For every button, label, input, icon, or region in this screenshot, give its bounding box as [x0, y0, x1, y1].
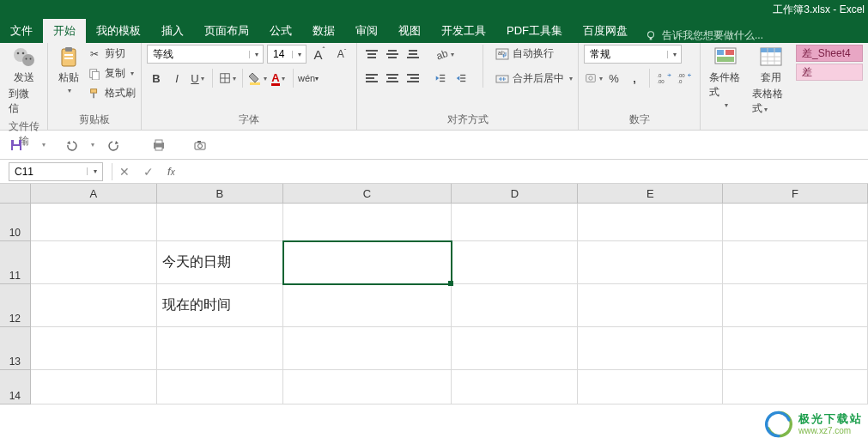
cell[interactable] [723, 204, 868, 241]
chevron-down-icon[interactable]: ▾ [87, 167, 102, 175]
style-bad-sheet4[interactable]: 差_Sheet4 [796, 45, 863, 62]
paste-button[interactable]: 粘贴 ▾ [53, 45, 84, 96]
cell[interactable] [283, 370, 452, 404]
tab-developer[interactable]: 开发工具 [431, 19, 496, 43]
font-size-combo[interactable]: 14 ▾ [267, 45, 307, 64]
italic-button[interactable]: I [167, 69, 186, 88]
column-header-D[interactable]: D [452, 184, 578, 203]
cell[interactable] [31, 204, 157, 241]
cell[interactable] [452, 204, 578, 241]
cell[interactable] [157, 327, 283, 370]
percent-button[interactable]: % [604, 69, 623, 88]
cell[interactable] [452, 370, 578, 404]
undo-button[interactable] [64, 137, 79, 153]
cell[interactable] [157, 370, 283, 404]
chevron-down-icon[interactable]: ▾ [292, 51, 306, 58]
tab-review[interactable]: 审阅 [345, 19, 388, 43]
column-header-C[interactable]: C [283, 184, 452, 203]
select-all-corner[interactable] [0, 184, 31, 203]
cell[interactable] [31, 284, 157, 327]
row-header[interactable]: 10 [0, 204, 31, 241]
table-format-button[interactable]: 套用 表格格式▾ [749, 45, 792, 118]
increase-decimal-button[interactable]: .0.00 [655, 69, 674, 88]
cell[interactable] [578, 370, 723, 404]
chevron-down-icon[interactable]: ▾ [667, 51, 681, 58]
cancel-formula-button[interactable]: ✕ [112, 162, 137, 181]
cell[interactable] [283, 327, 452, 370]
cut-button[interactable]: ✂ 剪切 [88, 45, 136, 63]
copy-button[interactable]: 复制▾ [88, 64, 136, 82]
tab-formulas[interactable]: 公式 [259, 19, 302, 43]
cell[interactable] [578, 327, 723, 370]
cell[interactable] [31, 327, 157, 370]
cell[interactable]: 现在的时间 [157, 284, 283, 327]
chevron-down-icon[interactable]: ▾ [249, 51, 263, 58]
redo-button[interactable] [106, 137, 122, 153]
align-center-button[interactable] [383, 69, 402, 88]
style-bad[interactable]: 差 [796, 64, 863, 81]
camera-button[interactable] [192, 137, 208, 153]
tab-page-layout[interactable]: 页面布局 [194, 19, 259, 43]
cell[interactable]: 今天的日期 [157, 241, 283, 284]
cell[interactable] [578, 241, 723, 284]
row-header[interactable]: 13 [0, 327, 31, 370]
name-box[interactable]: C11 ▾ [9, 162, 103, 181]
fill-handle[interactable] [448, 281, 453, 286]
cell[interactable] [157, 204, 283, 241]
comma-button[interactable]: , [625, 69, 644, 88]
send-to-wechat-button[interactable]: 发送 到微信 [5, 45, 42, 118]
align-right-button[interactable] [404, 69, 422, 88]
font-color-button[interactable]: A▾ [269, 69, 288, 88]
align-top-button[interactable] [362, 45, 381, 64]
cell[interactable] [283, 241, 452, 284]
tab-file[interactable]: 文件 [0, 19, 43, 43]
cell[interactable] [31, 370, 157, 404]
cell[interactable] [31, 241, 157, 284]
qat-dropdown[interactable]: ▾ [36, 137, 52, 153]
align-left-button[interactable] [362, 69, 381, 88]
tab-templates[interactable]: 我的模板 [86, 19, 151, 43]
formula-input[interactable] [182, 162, 868, 181]
align-middle-button[interactable] [383, 45, 402, 64]
wrap-text-button[interactable]: ab 自动换行 [495, 45, 573, 63]
row-header[interactable]: 14 [0, 370, 31, 404]
number-format-combo[interactable]: 常规 ▾ [584, 45, 682, 64]
tab-data[interactable]: 数据 [302, 19, 345, 43]
tab-pdf-tools[interactable]: PDF工具集 [496, 19, 573, 43]
phonetic-button[interactable]: wén▾ [299, 69, 318, 88]
format-painter-button[interactable]: 格式刷 [88, 84, 136, 102]
tab-baidu[interactable]: 百度网盘 [573, 19, 638, 43]
cell[interactable] [452, 284, 578, 327]
tell-me-box[interactable]: 告诉我您想要做什么... [638, 28, 770, 43]
increase-font-button[interactable]: Aˆ [310, 45, 329, 64]
cell[interactable] [723, 370, 868, 404]
increase-indent-button[interactable] [452, 69, 470, 88]
save-button[interactable] [9, 137, 24, 153]
orientation-button[interactable]: ab [431, 45, 457, 64]
border-button[interactable]: ▾ [218, 69, 237, 88]
cell[interactable] [452, 327, 578, 370]
fx-icon[interactable]: fx [167, 165, 175, 178]
conditional-format-button[interactable]: 条件格式 ▾ [706, 45, 745, 111]
decrease-decimal-button[interactable]: .00.0 [676, 69, 695, 88]
spreadsheet-grid[interactable]: ABCDEF 1011今天的日期12现在的时间1314 [0, 184, 868, 404]
decrease-font-button[interactable]: Aˇ [332, 45, 351, 64]
cell[interactable] [578, 204, 723, 241]
decrease-indent-button[interactable] [431, 69, 450, 88]
cell-styles-gallery[interactable]: 差_Sheet4 差 [796, 45, 863, 81]
tab-insert[interactable]: 插入 [151, 19, 194, 43]
merge-center-button[interactable]: 合并后居中▾ [495, 70, 573, 88]
column-header-F[interactable]: F [723, 184, 868, 203]
cell[interactable] [723, 241, 868, 284]
cell[interactable] [578, 284, 723, 327]
column-header-A[interactable]: A [31, 184, 157, 203]
accounting-format-button[interactable] [584, 69, 603, 88]
print-preview-button[interactable] [151, 137, 167, 153]
cell[interactable] [452, 241, 578, 284]
font-name-combo[interactable]: 等线 ▾ [147, 45, 264, 64]
tab-home[interactable]: 开始 [43, 19, 86, 43]
cell[interactable] [283, 284, 452, 327]
confirm-formula-button[interactable]: ✓ [137, 162, 161, 181]
cell[interactable] [283, 204, 452, 241]
column-header-E[interactable]: E [578, 184, 723, 203]
